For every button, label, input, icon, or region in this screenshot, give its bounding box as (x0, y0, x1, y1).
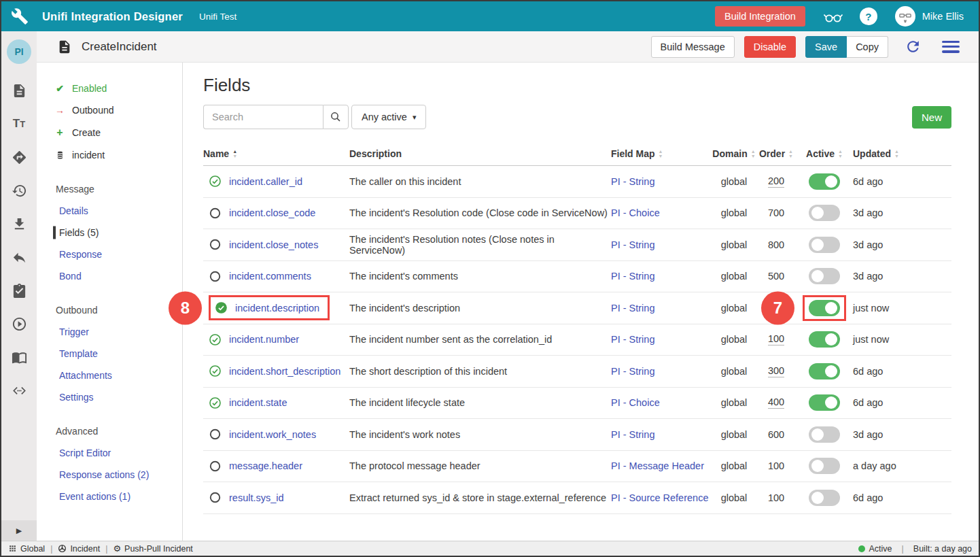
nav-item-outbound[interactable]: →Outbound (37, 99, 182, 121)
active-toggle[interactable] (809, 458, 840, 474)
field-name-link[interactable]: incident.close_notes (229, 239, 318, 250)
active-toggle[interactable] (809, 237, 840, 253)
statusbar-item-global[interactable]: Global (8, 544, 45, 554)
field-map-link[interactable]: PI - String (611, 176, 654, 187)
reply-icon[interactable] (10, 248, 28, 266)
active-toggle[interactable] (809, 363, 840, 379)
integration-avatar[interactable]: PI (7, 39, 31, 64)
preview-glasses-icon[interactable] (823, 7, 843, 25)
field-name-link[interactable]: incident.state (229, 397, 287, 408)
disable-button[interactable]: Disable (744, 36, 796, 58)
help-icon[interactable]: ? (860, 7, 877, 25)
field-active-check-icon (215, 301, 228, 314)
field-name-link[interactable]: incident.number (229, 334, 299, 345)
menu-icon[interactable] (942, 41, 960, 53)
active-toggle[interactable] (809, 205, 840, 221)
active-toggle[interactable] (809, 331, 840, 348)
field-map-link[interactable]: PI - String (611, 303, 654, 314)
build-message-button[interactable]: Build Message (651, 36, 735, 58)
field-map-link[interactable]: PI - Message Header (611, 460, 704, 471)
nav-link-event-actions-1-[interactable]: Event actions (1) (37, 486, 182, 507)
active-filter-dropdown[interactable]: Any active ▾ (351, 105, 426, 129)
nav-link-settings[interactable]: Settings (37, 386, 182, 408)
directions-icon[interactable] (10, 148, 28, 166)
field-map-link[interactable]: PI - Choice (611, 207, 660, 218)
table-header-row: Name▲▼DescriptionField Map▲▼Domain▲▼Orde… (203, 141, 951, 166)
field-order: 700 (768, 207, 784, 218)
save-button[interactable]: Save (805, 36, 847, 58)
nav-link-bond[interactable]: Bond (37, 265, 182, 287)
field-order[interactable]: 400 (768, 396, 784, 409)
code-icon[interactable] (10, 382, 28, 399)
column-header-active[interactable]: Active▲▼ (796, 144, 853, 163)
field-map-link[interactable]: PI - Choice (611, 397, 660, 408)
nav-link-template[interactable]: Template (37, 343, 182, 365)
column-header-name[interactable]: Name▲▼ (203, 144, 349, 163)
nav-link-script-editor[interactable]: Script Editor (37, 442, 182, 464)
play-icon[interactable] (10, 315, 28, 333)
active-status-dot (858, 545, 865, 552)
statusbar-item-push-pull-incident[interactable]: ⚙Push-Pull Incident (113, 543, 192, 554)
documentation-icon[interactable] (10, 348, 28, 366)
nav-link-details[interactable]: Details (37, 200, 182, 222)
field-inactive-circle-icon (209, 270, 222, 283)
build-integration-button[interactable]: Build Integration (715, 6, 805, 27)
field-name-link[interactable]: incident.comments (229, 271, 311, 282)
active-toggle[interactable] (809, 268, 840, 284)
field-name-link[interactable]: message.header (229, 460, 302, 471)
nav-link-response-actions-2-[interactable]: Response actions (2) (37, 464, 182, 486)
field-map-link[interactable]: PI - String (611, 429, 654, 440)
field-name-link[interactable]: incident.work_notes (229, 429, 316, 440)
search-button[interactable] (323, 105, 349, 129)
nav-link-trigger[interactable]: Trigger (37, 321, 182, 343)
column-header-domain[interactable]: Domain▲▼ (712, 144, 756, 163)
file-icon[interactable] (10, 82, 28, 99)
field-description: The incident's comments (349, 271, 611, 282)
field-map-link[interactable]: PI - Source Reference (611, 492, 708, 503)
nav-link-fields-5-[interactable]: Fields (5) (37, 222, 182, 243)
column-header-updated[interactable]: Updated▲▼ (853, 144, 951, 163)
column-header-order[interactable]: Order▲▼ (756, 144, 796, 163)
database-icon (54, 150, 65, 161)
text-format-icon[interactable]: TT (10, 115, 28, 133)
refresh-icon[interactable] (905, 38, 922, 55)
field-name-link[interactable]: result.sys_id (229, 492, 284, 503)
column-header-field-map[interactable]: Field Map▲▼ (611, 144, 712, 163)
environment-name[interactable]: Unifi Test (199, 12, 237, 22)
field-name-link[interactable]: incident.short_description (229, 366, 340, 377)
document-title: CreateIncident (82, 40, 157, 54)
user-menu[interactable]: Mike Ellis (895, 6, 964, 27)
new-field-button[interactable]: New (912, 106, 951, 129)
field-name-link[interactable]: incident.close_code (229, 207, 315, 218)
nav-item-create[interactable]: +Create (37, 121, 182, 144)
nav-item-incident[interactable]: incident (37, 144, 182, 166)
nav-link-attachments[interactable]: Attachments (37, 365, 182, 386)
table-row: result.sys_idExtract returned sys_id & s… (203, 482, 951, 514)
active-toggle[interactable] (809, 426, 840, 443)
field-domain: global (712, 271, 756, 282)
search-input[interactable] (203, 105, 323, 129)
field-map-link[interactable]: PI - String (611, 334, 654, 345)
field-name-link[interactable]: incident.description (235, 303, 319, 314)
active-toggle[interactable] (809, 394, 840, 411)
download-icon[interactable] (10, 215, 28, 233)
nav-item-enabled[interactable]: ✔Enabled (37, 78, 182, 99)
field-map-link[interactable]: PI - String (611, 271, 654, 282)
field-name-link[interactable]: incident.caller_id (229, 176, 302, 187)
nav-link-response[interactable]: Response (37, 243, 182, 265)
copy-button[interactable]: Copy (847, 36, 888, 58)
field-inactive-circle-icon (209, 460, 222, 473)
history-icon[interactable] (10, 182, 28, 199)
wrench-icon[interactable] (11, 7, 29, 25)
field-order[interactable]: 100 (768, 333, 784, 345)
field-map-link[interactable]: PI - String (611, 366, 654, 377)
field-map-link[interactable]: PI - String (611, 239, 654, 250)
active-toggle[interactable] (809, 300, 840, 316)
field-order[interactable]: 300 (768, 365, 784, 377)
tasks-icon[interactable] (10, 282, 28, 299)
statusbar-item-incident[interactable]: Incident (58, 544, 100, 554)
active-toggle[interactable] (809, 490, 840, 506)
field-order[interactable]: 200 (768, 175, 784, 188)
expand-sidebar-button[interactable]: ▶ (1, 520, 37, 541)
active-toggle[interactable] (809, 173, 840, 190)
